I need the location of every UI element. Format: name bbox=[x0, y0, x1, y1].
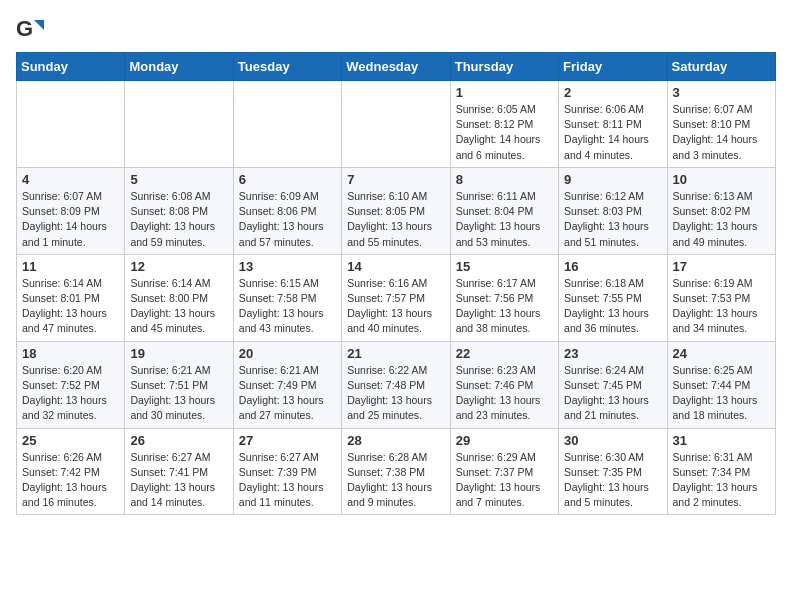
calendar-table: SundayMondayTuesdayWednesdayThursdayFrid… bbox=[16, 52, 776, 515]
day-info: Sunrise: 6:26 AM Sunset: 7:42 PM Dayligh… bbox=[22, 450, 119, 511]
calendar-cell: 17Sunrise: 6:19 AM Sunset: 7:53 PM Dayli… bbox=[667, 254, 775, 341]
calendar-cell bbox=[233, 81, 341, 168]
day-number: 8 bbox=[456, 172, 553, 187]
calendar-cell: 8Sunrise: 6:11 AM Sunset: 8:04 PM Daylig… bbox=[450, 167, 558, 254]
day-info: Sunrise: 6:18 AM Sunset: 7:55 PM Dayligh… bbox=[564, 276, 661, 337]
day-info: Sunrise: 6:07 AM Sunset: 8:10 PM Dayligh… bbox=[673, 102, 770, 163]
day-number: 22 bbox=[456, 346, 553, 361]
day-number: 28 bbox=[347, 433, 444, 448]
calendar-header-wednesday: Wednesday bbox=[342, 53, 450, 81]
calendar-cell: 16Sunrise: 6:18 AM Sunset: 7:55 PM Dayli… bbox=[559, 254, 667, 341]
day-info: Sunrise: 6:12 AM Sunset: 8:03 PM Dayligh… bbox=[564, 189, 661, 250]
day-number: 7 bbox=[347, 172, 444, 187]
day-number: 2 bbox=[564, 85, 661, 100]
calendar-week-row: 25Sunrise: 6:26 AM Sunset: 7:42 PM Dayli… bbox=[17, 428, 776, 515]
day-number: 20 bbox=[239, 346, 336, 361]
calendar-cell bbox=[342, 81, 450, 168]
day-number: 26 bbox=[130, 433, 227, 448]
day-number: 19 bbox=[130, 346, 227, 361]
calendar-cell: 14Sunrise: 6:16 AM Sunset: 7:57 PM Dayli… bbox=[342, 254, 450, 341]
day-info: Sunrise: 6:11 AM Sunset: 8:04 PM Dayligh… bbox=[456, 189, 553, 250]
day-info: Sunrise: 6:27 AM Sunset: 7:39 PM Dayligh… bbox=[239, 450, 336, 511]
day-number: 12 bbox=[130, 259, 227, 274]
calendar-cell: 26Sunrise: 6:27 AM Sunset: 7:41 PM Dayli… bbox=[125, 428, 233, 515]
day-number: 18 bbox=[22, 346, 119, 361]
calendar-cell: 25Sunrise: 6:26 AM Sunset: 7:42 PM Dayli… bbox=[17, 428, 125, 515]
day-number: 16 bbox=[564, 259, 661, 274]
calendar-header-row: SundayMondayTuesdayWednesdayThursdayFrid… bbox=[17, 53, 776, 81]
day-number: 11 bbox=[22, 259, 119, 274]
calendar-cell: 22Sunrise: 6:23 AM Sunset: 7:46 PM Dayli… bbox=[450, 341, 558, 428]
calendar-header-tuesday: Tuesday bbox=[233, 53, 341, 81]
day-info: Sunrise: 6:28 AM Sunset: 7:38 PM Dayligh… bbox=[347, 450, 444, 511]
calendar-week-row: 4Sunrise: 6:07 AM Sunset: 8:09 PM Daylig… bbox=[17, 167, 776, 254]
calendar-cell: 27Sunrise: 6:27 AM Sunset: 7:39 PM Dayli… bbox=[233, 428, 341, 515]
svg-text:G: G bbox=[16, 16, 33, 41]
calendar-cell: 31Sunrise: 6:31 AM Sunset: 7:34 PM Dayli… bbox=[667, 428, 775, 515]
day-info: Sunrise: 6:23 AM Sunset: 7:46 PM Dayligh… bbox=[456, 363, 553, 424]
day-number: 30 bbox=[564, 433, 661, 448]
logo-icon: G bbox=[16, 16, 44, 44]
calendar-cell: 30Sunrise: 6:30 AM Sunset: 7:35 PM Dayli… bbox=[559, 428, 667, 515]
calendar-cell: 10Sunrise: 6:13 AM Sunset: 8:02 PM Dayli… bbox=[667, 167, 775, 254]
calendar-cell: 11Sunrise: 6:14 AM Sunset: 8:01 PM Dayli… bbox=[17, 254, 125, 341]
day-number: 17 bbox=[673, 259, 770, 274]
calendar-cell: 18Sunrise: 6:20 AM Sunset: 7:52 PM Dayli… bbox=[17, 341, 125, 428]
day-info: Sunrise: 6:16 AM Sunset: 7:57 PM Dayligh… bbox=[347, 276, 444, 337]
calendar-cell: 29Sunrise: 6:29 AM Sunset: 7:37 PM Dayli… bbox=[450, 428, 558, 515]
calendar-cell: 23Sunrise: 6:24 AM Sunset: 7:45 PM Dayli… bbox=[559, 341, 667, 428]
day-number: 3 bbox=[673, 85, 770, 100]
day-info: Sunrise: 6:07 AM Sunset: 8:09 PM Dayligh… bbox=[22, 189, 119, 250]
day-number: 6 bbox=[239, 172, 336, 187]
calendar-cell: 7Sunrise: 6:10 AM Sunset: 8:05 PM Daylig… bbox=[342, 167, 450, 254]
calendar-header-friday: Friday bbox=[559, 53, 667, 81]
calendar-cell: 12Sunrise: 6:14 AM Sunset: 8:00 PM Dayli… bbox=[125, 254, 233, 341]
day-info: Sunrise: 6:06 AM Sunset: 8:11 PM Dayligh… bbox=[564, 102, 661, 163]
day-number: 29 bbox=[456, 433, 553, 448]
day-number: 15 bbox=[456, 259, 553, 274]
calendar-cell: 9Sunrise: 6:12 AM Sunset: 8:03 PM Daylig… bbox=[559, 167, 667, 254]
calendar-cell: 19Sunrise: 6:21 AM Sunset: 7:51 PM Dayli… bbox=[125, 341, 233, 428]
calendar-cell: 6Sunrise: 6:09 AM Sunset: 8:06 PM Daylig… bbox=[233, 167, 341, 254]
day-number: 23 bbox=[564, 346, 661, 361]
calendar-week-row: 1Sunrise: 6:05 AM Sunset: 8:12 PM Daylig… bbox=[17, 81, 776, 168]
day-number: 10 bbox=[673, 172, 770, 187]
day-info: Sunrise: 6:17 AM Sunset: 7:56 PM Dayligh… bbox=[456, 276, 553, 337]
calendar-cell: 15Sunrise: 6:17 AM Sunset: 7:56 PM Dayli… bbox=[450, 254, 558, 341]
calendar-cell: 21Sunrise: 6:22 AM Sunset: 7:48 PM Dayli… bbox=[342, 341, 450, 428]
calendar-cell: 4Sunrise: 6:07 AM Sunset: 8:09 PM Daylig… bbox=[17, 167, 125, 254]
logo: G bbox=[16, 16, 48, 44]
day-number: 5 bbox=[130, 172, 227, 187]
day-number: 4 bbox=[22, 172, 119, 187]
day-info: Sunrise: 6:21 AM Sunset: 7:49 PM Dayligh… bbox=[239, 363, 336, 424]
day-info: Sunrise: 6:14 AM Sunset: 8:01 PM Dayligh… bbox=[22, 276, 119, 337]
calendar-header-saturday: Saturday bbox=[667, 53, 775, 81]
day-info: Sunrise: 6:27 AM Sunset: 7:41 PM Dayligh… bbox=[130, 450, 227, 511]
day-number: 31 bbox=[673, 433, 770, 448]
day-info: Sunrise: 6:13 AM Sunset: 8:02 PM Dayligh… bbox=[673, 189, 770, 250]
calendar-cell: 5Sunrise: 6:08 AM Sunset: 8:08 PM Daylig… bbox=[125, 167, 233, 254]
day-info: Sunrise: 6:22 AM Sunset: 7:48 PM Dayligh… bbox=[347, 363, 444, 424]
day-info: Sunrise: 6:19 AM Sunset: 7:53 PM Dayligh… bbox=[673, 276, 770, 337]
calendar-cell bbox=[125, 81, 233, 168]
calendar-cell: 1Sunrise: 6:05 AM Sunset: 8:12 PM Daylig… bbox=[450, 81, 558, 168]
day-number: 24 bbox=[673, 346, 770, 361]
calendar-cell: 3Sunrise: 6:07 AM Sunset: 8:10 PM Daylig… bbox=[667, 81, 775, 168]
day-info: Sunrise: 6:10 AM Sunset: 8:05 PM Dayligh… bbox=[347, 189, 444, 250]
day-info: Sunrise: 6:31 AM Sunset: 7:34 PM Dayligh… bbox=[673, 450, 770, 511]
day-info: Sunrise: 6:15 AM Sunset: 7:58 PM Dayligh… bbox=[239, 276, 336, 337]
calendar-week-row: 11Sunrise: 6:14 AM Sunset: 8:01 PM Dayli… bbox=[17, 254, 776, 341]
day-info: Sunrise: 6:08 AM Sunset: 8:08 PM Dayligh… bbox=[130, 189, 227, 250]
svg-marker-1 bbox=[34, 20, 44, 30]
day-number: 27 bbox=[239, 433, 336, 448]
calendar-header-thursday: Thursday bbox=[450, 53, 558, 81]
calendar-cell: 28Sunrise: 6:28 AM Sunset: 7:38 PM Dayli… bbox=[342, 428, 450, 515]
day-number: 1 bbox=[456, 85, 553, 100]
page-header: G bbox=[16, 16, 776, 44]
day-info: Sunrise: 6:21 AM Sunset: 7:51 PM Dayligh… bbox=[130, 363, 227, 424]
day-number: 14 bbox=[347, 259, 444, 274]
day-info: Sunrise: 6:05 AM Sunset: 8:12 PM Dayligh… bbox=[456, 102, 553, 163]
calendar-week-row: 18Sunrise: 6:20 AM Sunset: 7:52 PM Dayli… bbox=[17, 341, 776, 428]
calendar-cell: 24Sunrise: 6:25 AM Sunset: 7:44 PM Dayli… bbox=[667, 341, 775, 428]
day-info: Sunrise: 6:14 AM Sunset: 8:00 PM Dayligh… bbox=[130, 276, 227, 337]
